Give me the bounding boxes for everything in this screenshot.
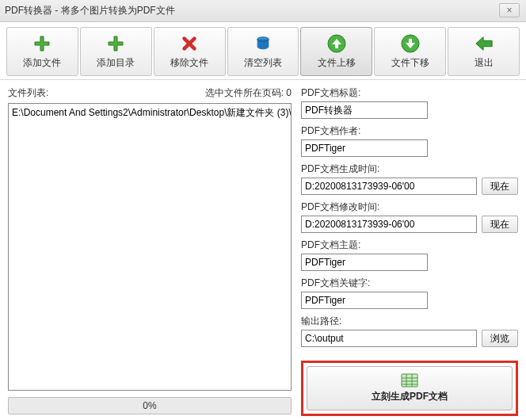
clear-list-button[interactable]: 清空列表: [227, 27, 299, 76]
document-icon: [401, 373, 418, 388]
arrow-down-icon: [401, 34, 420, 53]
add-dir-button[interactable]: 添加目录: [80, 27, 152, 76]
left-header: 文件列表: 选中文件所在页码: 0: [8, 86, 292, 100]
titlebar: PDF转换器 - 将多个图片转换为PDF文件 ×: [0, 0, 526, 22]
toolbar: 添加文件 添加目录 移除文件 清空列表 文件上移: [0, 22, 526, 80]
doc-subject-label: PDF文档主题:: [301, 239, 518, 252]
generate-highlight: 立刻生成PDF文档: [301, 361, 518, 416]
remove-icon: [180, 34, 199, 53]
exit-icon: [475, 34, 494, 53]
doc-keywords-label: PDF文档关键字:: [301, 277, 518, 290]
selected-page-info: 选中文件所在页码: 0: [205, 86, 292, 100]
doc-subject-input[interactable]: [301, 254, 428, 271]
doc-modified-label: PDF文档修改时间:: [301, 200, 518, 214]
window-title: PDF转换器 - 将多个图片转换为PDF文件: [5, 4, 175, 17]
progress-bar: 0%: [8, 397, 292, 414]
generate-pdf-button[interactable]: 立刻生成PDF文档: [307, 366, 513, 410]
close-icon: ×: [506, 5, 512, 16]
move-up-button[interactable]: 文件上移: [300, 27, 372, 76]
doc-author-input[interactable]: [301, 139, 428, 157]
browse-button[interactable]: 浏览: [482, 330, 518, 347]
clear-list-label: 清空列表: [244, 56, 282, 70]
doc-title-label: PDF文档标题:: [301, 86, 518, 100]
exit-label: 退出: [475, 56, 494, 70]
window-close-button[interactable]: ×: [499, 3, 520, 17]
plus-icon: [32, 34, 51, 53]
right-panel: PDF文档标题: PDF文档作者: PDF文档生成时间: 现在 PDF文档修改时…: [301, 86, 518, 414]
add-dir-label: 添加目录: [97, 56, 135, 70]
left-panel: 文件列表: 选中文件所在页码: 0 E:\Document And Settin…: [8, 86, 292, 414]
doc-modified-input[interactable]: [301, 216, 477, 233]
file-list[interactable]: E:\Document And Settings2\Administrator\…: [8, 103, 292, 391]
generate-pdf-label: 立刻生成PDF文档: [372, 390, 448, 403]
arrow-up-icon: [327, 34, 346, 53]
doc-created-label: PDF文档生成时间:: [301, 162, 518, 176]
file-list-label: 文件列表:: [8, 86, 48, 100]
move-up-label: 文件上移: [318, 56, 356, 70]
svg-rect-4: [402, 374, 417, 387]
modified-now-button[interactable]: 现在: [482, 216, 518, 233]
doc-title-input[interactable]: [301, 101, 428, 119]
move-down-button[interactable]: 文件下移: [374, 27, 446, 76]
list-item[interactable]: E:\Document And Settings2\Administrator\…: [12, 105, 288, 120]
add-file-button[interactable]: 添加文件: [6, 27, 78, 76]
doc-created-input[interactable]: [301, 178, 477, 195]
progress-text: 0%: [143, 400, 156, 411]
created-now-button[interactable]: 现在: [482, 178, 518, 195]
folder-plus-icon: [106, 34, 125, 53]
content-area: 文件列表: 选中文件所在页码: 0 E:\Document And Settin…: [0, 80, 526, 420]
remove-file-button[interactable]: 移除文件: [154, 27, 226, 76]
add-file-label: 添加文件: [23, 56, 61, 70]
output-path-label: 输出路径:: [301, 315, 518, 328]
trash-icon: [253, 34, 273, 53]
move-down-label: 文件下移: [391, 56, 429, 70]
exit-button[interactable]: 退出: [448, 27, 520, 76]
doc-author-label: PDF文档作者:: [301, 124, 518, 138]
output-path-input[interactable]: [301, 330, 477, 347]
remove-file-label: 移除文件: [170, 56, 208, 70]
app-window: PDF转换器 - 将多个图片转换为PDF文件 × 添加文件 添加目录 移除文件: [0, 0, 526, 420]
doc-keywords-input[interactable]: [301, 292, 428, 309]
